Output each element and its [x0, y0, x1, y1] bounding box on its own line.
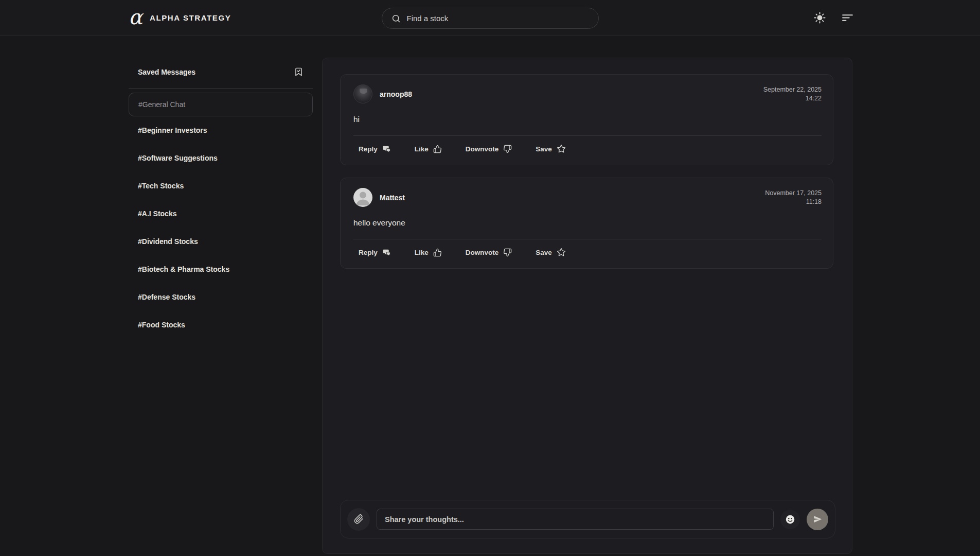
- channel-label: #Software Suggestions: [138, 154, 218, 162]
- like-label: Like: [415, 249, 429, 256]
- sidebar-item-software-suggestions[interactable]: #Software Suggestions: [129, 144, 313, 172]
- main-content: Saved Messages #General Chat #Beginner I…: [0, 36, 980, 554]
- reply-label: Reply: [359, 145, 378, 153]
- saved-messages-label: Saved Messages: [138, 68, 195, 76]
- chat-panel: arnoop88 September 22, 2025 14:22 hi Rep…: [322, 58, 852, 554]
- sidebar-item-biotech-pharma-stocks[interactable]: #Biotech & Pharma Stocks: [129, 255, 313, 283]
- search-icon: [391, 14, 401, 23]
- brand-logo[interactable]: α ALPHA STRATEGY: [129, 9, 231, 27]
- sidebar-item-dividend-stocks[interactable]: #Dividend Stocks: [129, 228, 313, 255]
- thumbs-up-icon: [433, 145, 442, 153]
- sidebar-item-beginner-investors[interactable]: #Beginner Investors: [129, 116, 313, 144]
- avatar[interactable]: [353, 188, 372, 207]
- downvote-label: Downvote: [466, 145, 499, 153]
- active-channel-label: #General Chat: [138, 100, 185, 109]
- downvote-button[interactable]: Downvote: [466, 248, 512, 257]
- save-button[interactable]: Save: [536, 248, 566, 257]
- channel-label: #A.I Stocks: [138, 210, 176, 218]
- send-icon: [813, 515, 822, 524]
- message-actions: Reply Like: [353, 239, 822, 260]
- sidebar-item-general-chat[interactable]: #General Chat: [129, 93, 313, 116]
- message-date: September 22, 2025: [763, 85, 822, 94]
- channel-label: #Defense Stocks: [138, 293, 195, 301]
- message-time: 14:22: [763, 94, 822, 103]
- top-header: α ALPHA STRATEGY: [0, 0, 980, 36]
- theme-toggle-button[interactable]: [813, 11, 827, 25]
- sidebar-divider: [129, 88, 313, 89]
- reply-label: Reply: [359, 249, 378, 256]
- menu-lines-icon: [841, 11, 854, 24]
- avatar[interactable]: [353, 84, 372, 103]
- message-actions: Reply Like: [353, 136, 822, 157]
- attach-file-button[interactable]: [347, 508, 370, 531]
- message-list: arnoop88 September 22, 2025 14:22 hi Rep…: [323, 58, 852, 269]
- sidebar-item-food-stocks[interactable]: #Food Stocks: [129, 311, 313, 339]
- sidebar-item-defense-stocks[interactable]: #Defense Stocks: [129, 283, 313, 311]
- sun-icon: [814, 12, 826, 24]
- thumbs-up-icon: [433, 248, 442, 257]
- message-timestamp: September 22, 2025 14:22: [763, 84, 822, 103]
- alpha-logo-icon: α: [129, 7, 142, 27]
- smiley-icon: [785, 514, 796, 525]
- header-actions: [813, 10, 855, 25]
- message-header: Mattest November 17, 2025 11:18: [353, 188, 822, 207]
- channel-label: #Dividend Stocks: [138, 237, 198, 246]
- channel-label: #Food Stocks: [138, 321, 185, 329]
- downvote-label: Downvote: [466, 249, 499, 256]
- save-button[interactable]: Save: [536, 144, 566, 153]
- save-label: Save: [536, 249, 552, 256]
- channel-label: #Biotech & Pharma Stocks: [138, 265, 229, 273]
- message-date: November 17, 2025: [765, 189, 822, 198]
- message-username[interactable]: arnoop88: [380, 90, 412, 98]
- message-composer: [340, 500, 835, 538]
- message-timestamp: November 17, 2025 11:18: [765, 188, 822, 206]
- chat-bubbles-icon: [382, 248, 391, 257]
- message-text: hi: [353, 115, 822, 124]
- star-icon: [557, 144, 566, 153]
- channel-sidebar: Saved Messages #General Chat #Beginner I…: [129, 58, 313, 339]
- like-button[interactable]: Like: [415, 145, 442, 153]
- bookmark-check-icon: [294, 67, 304, 77]
- sidebar-item-tech-stocks[interactable]: #Tech Stocks: [129, 172, 313, 200]
- reply-button[interactable]: Reply: [359, 145, 391, 153]
- message-text: hello everyone: [353, 218, 822, 228]
- reply-button[interactable]: Reply: [359, 248, 391, 257]
- send-button[interactable]: [807, 509, 828, 530]
- save-label: Save: [536, 145, 552, 153]
- composer-input[interactable]: [377, 509, 774, 530]
- message-time: 11:18: [765, 198, 822, 206]
- thumbs-down-icon: [503, 145, 512, 153]
- message-card: Mattest November 17, 2025 11:18 hello ev…: [340, 178, 833, 269]
- message-card: arnoop88 September 22, 2025 14:22 hi Rep…: [340, 74, 833, 165]
- menu-button[interactable]: [840, 10, 855, 25]
- message-header: arnoop88 September 22, 2025 14:22: [353, 84, 822, 103]
- app-root: α ALPHA STRATEGY: [0, 0, 980, 556]
- like-button[interactable]: Like: [415, 248, 442, 257]
- saved-messages-button[interactable]: Saved Messages: [129, 58, 313, 88]
- search-input[interactable]: [407, 14, 589, 23]
- star-icon: [557, 248, 566, 257]
- sidebar-item-ai-stocks[interactable]: #A.I Stocks: [129, 200, 313, 228]
- stock-search-bar[interactable]: [382, 8, 599, 29]
- message-username[interactable]: Mattest: [380, 194, 405, 202]
- chat-bubbles-icon: [382, 145, 391, 153]
- like-label: Like: [415, 145, 429, 153]
- downvote-button[interactable]: Downvote: [466, 145, 512, 153]
- paperclip-icon: [354, 514, 364, 524]
- channel-label: #Tech Stocks: [138, 182, 184, 190]
- brand-title: ALPHA STRATEGY: [150, 13, 231, 22]
- channel-label: #Beginner Investors: [138, 126, 207, 134]
- emoji-button[interactable]: [780, 510, 800, 529]
- thumbs-down-icon: [503, 248, 512, 257]
